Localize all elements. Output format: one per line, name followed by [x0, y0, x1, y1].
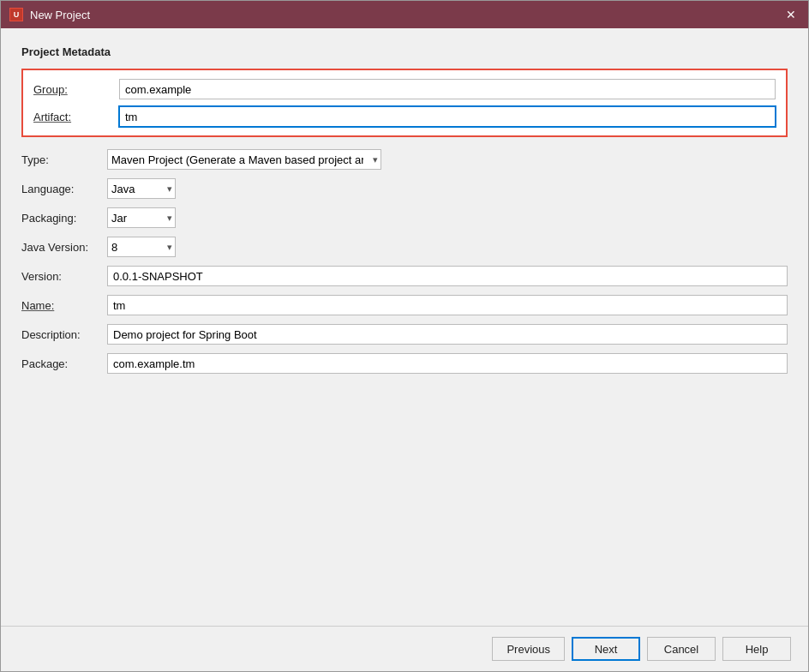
dialog-footer: Previous Next Cancel Help — [1, 626, 808, 671]
group-row: Group: — [33, 79, 776, 99]
java-version-select[interactable]: 8 — [107, 237, 176, 257]
language-label: Language: — [21, 183, 107, 195]
section-title: Project Metadata — [21, 45, 788, 58]
packaging-select[interactable]: Jar — [107, 207, 176, 228]
description-label: Description: — [21, 328, 107, 341]
type-select-wrapper: Maven Project (Generate a Maven based pr… — [107, 149, 381, 170]
language-select-wrapper: Java — [107, 178, 176, 199]
packaging-label: Packaging: — [21, 212, 107, 225]
name-label: Name: — [21, 299, 107, 312]
java-version-select-wrapper: 8 — [107, 237, 176, 257]
name-row: Name: — [21, 295, 788, 315]
version-row: Version: — [21, 266, 788, 286]
language-select[interactable]: Java — [107, 178, 176, 199]
packaging-select-wrapper: Jar — [107, 207, 176, 228]
package-label: Package: — [21, 357, 107, 370]
window-title: New Project — [30, 9, 90, 21]
title-bar-left: U New Project — [9, 8, 90, 21]
group-label: Group: — [33, 83, 119, 96]
type-select[interactable]: Maven Project (Generate a Maven based pr… — [107, 149, 381, 170]
help-button[interactable]: Help — [722, 637, 791, 661]
type-label: Type: — [21, 153, 107, 166]
group-artifact-box: Group: Artifact: — [21, 69, 788, 137]
previous-button[interactable]: Previous — [492, 637, 565, 661]
package-input[interactable] — [107, 353, 788, 374]
title-bar: U New Project ✕ — [1, 1, 808, 28]
description-input[interactable] — [107, 324, 788, 345]
version-label: Version: — [21, 270, 107, 283]
name-input[interactable] — [107, 295, 788, 315]
dialog-content: Project Metadata Group: Artifact: Type: — [1, 28, 808, 626]
next-button[interactable]: Next — [572, 637, 640, 661]
java-version-label: Java Version: — [21, 241, 107, 254]
cancel-button[interactable]: Cancel — [647, 637, 716, 661]
package-row: Package: — [21, 353, 788, 374]
artifact-label: Artifact: — [33, 111, 119, 123]
artifact-input[interactable] — [119, 106, 776, 127]
new-project-dialog: U New Project ✕ Project Metadata Group: … — [0, 0, 809, 672]
version-input[interactable] — [107, 266, 788, 286]
group-input[interactable] — [119, 79, 776, 99]
artifact-row: Artifact: — [33, 106, 776, 127]
type-row: Type: Maven Project (Generate a Maven ba… — [21, 149, 788, 170]
app-icon: U — [9, 8, 23, 21]
java-version-row: Java Version: 8 — [21, 237, 788, 257]
packaging-row: Packaging: Jar — [21, 207, 788, 228]
close-button[interactable]: ✕ — [782, 6, 800, 23]
language-row: Language: Java — [21, 178, 788, 199]
description-row: Description: — [21, 324, 788, 345]
